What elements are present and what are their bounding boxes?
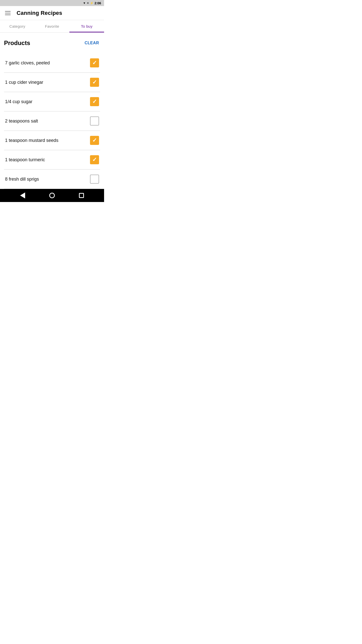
product-name: 1 teaspoon mustard seeds: [5, 138, 90, 143]
hamburger-menu-icon[interactable]: [4, 10, 12, 16]
bottom-nav-bar: [0, 189, 104, 202]
product-checkbox-1[interactable]: [90, 78, 99, 87]
product-checkbox-3[interactable]: [90, 116, 99, 126]
signal-icon: ✕: [87, 2, 89, 5]
list-item: 2 teaspoons salt: [4, 111, 100, 131]
status-icons: ▼ ✕ ⚡ 2:06: [83, 1, 101, 5]
list-item: 8 fresh dill sprigs: [4, 170, 100, 189]
main-content: Products CLEAR 7 garlic cloves, peeled 1…: [0, 33, 104, 189]
list-item: 1 teaspoon mustard seeds: [4, 131, 100, 150]
product-checkbox-2[interactable]: [90, 97, 99, 106]
product-checkbox-4[interactable]: [90, 136, 99, 145]
app-bar: Canning Recipes: [0, 6, 104, 20]
list-item: 1 cup cider vinegar: [4, 73, 100, 92]
product-name: 1/4 cup sugar: [5, 99, 90, 104]
product-name: 7 garlic cloves, peeled: [5, 60, 90, 66]
home-icon: [49, 193, 55, 198]
product-checkbox-5[interactable]: [90, 155, 99, 164]
back-icon: [20, 192, 25, 198]
product-name: 1 cup cider vinegar: [5, 80, 90, 85]
status-time: 2:06: [95, 1, 101, 5]
tab-to-buy[interactable]: To buy: [69, 20, 104, 32]
nav-recents-button[interactable]: [79, 193, 84, 198]
clear-button[interactable]: CLEAR: [83, 39, 100, 47]
product-name: 1 teaspoon turmeric: [5, 157, 90, 163]
battery-icon: ⚡: [90, 2, 94, 5]
nav-home-button[interactable]: [49, 193, 55, 198]
app-title: Canning Recipes: [17, 10, 62, 16]
list-item: 1 teaspoon turmeric: [4, 150, 100, 170]
tab-favorite[interactable]: Favorite: [35, 20, 69, 32]
product-name: 2 teaspoons salt: [5, 118, 90, 124]
product-checkbox-0[interactable]: [90, 58, 99, 67]
nav-back-button[interactable]: [20, 192, 25, 198]
tab-bar: Category Favorite To buy: [0, 20, 104, 33]
product-checkbox-6[interactable]: [90, 175, 99, 184]
products-header: Products CLEAR: [4, 37, 100, 49]
list-item: 1/4 cup sugar: [4, 92, 100, 111]
list-item: 7 garlic cloves, peeled: [4, 53, 100, 73]
products-title: Products: [4, 39, 30, 47]
wifi-icon: ▼: [83, 2, 86, 5]
product-name: 8 fresh dill sprigs: [5, 177, 90, 182]
tab-category[interactable]: Category: [0, 20, 35, 32]
product-list: 7 garlic cloves, peeled 1 cup cider vine…: [4, 53, 100, 189]
recents-icon: [79, 193, 84, 198]
status-bar: ▼ ✕ ⚡ 2:06: [0, 0, 104, 6]
